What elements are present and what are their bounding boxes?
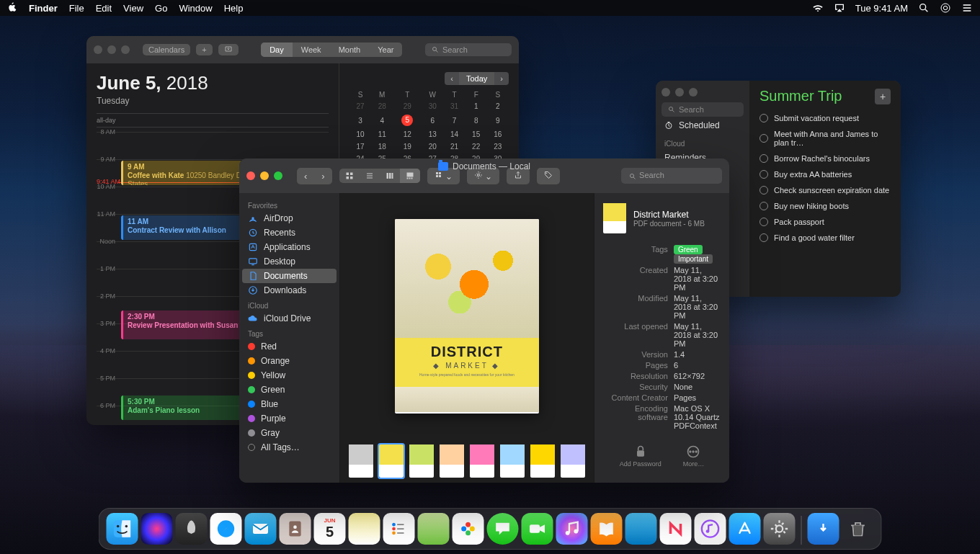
close-button[interactable] bbox=[246, 171, 255, 180]
clock[interactable]: Tue 9:41 AM bbox=[855, 3, 908, 14]
forward-button[interactable]: › bbox=[314, 168, 331, 184]
sidebar-tag-orange[interactable]: Orange bbox=[239, 354, 339, 368]
view-year[interactable]: Year bbox=[369, 43, 402, 57]
sidebar-item-applications[interactable]: Applications bbox=[239, 240, 339, 254]
minimize-button[interactable] bbox=[260, 171, 269, 180]
preview-pane[interactable]: DISTRICT ◆ MARKET ◆ Home-style prepared … bbox=[340, 193, 594, 439]
zoom-button[interactable] bbox=[274, 171, 282, 180]
thumbnail[interactable] bbox=[500, 444, 525, 478]
menu-edit[interactable]: Edit bbox=[96, 3, 112, 14]
add-password-action[interactable]: Add Password bbox=[620, 444, 662, 468]
notification-center-icon[interactable] bbox=[961, 2, 973, 14]
sidebar-tag-red[interactable]: Red bbox=[239, 339, 339, 354]
today-button[interactable]: Today bbox=[459, 72, 494, 85]
dock-appstore[interactable] bbox=[729, 513, 761, 545]
calendar-search[interactable]: Search bbox=[425, 43, 512, 56]
spotlight-icon[interactable] bbox=[918, 2, 930, 14]
reminder-item[interactable]: Buy extra AA batteries bbox=[760, 166, 891, 182]
list-view[interactable] bbox=[360, 169, 380, 183]
reminder-checkbox[interactable] bbox=[760, 134, 768, 143]
action-menu[interactable]: ⌄ bbox=[467, 168, 499, 184]
sidebar-item-icloud-drive[interactable]: iCloud Drive bbox=[239, 311, 339, 326]
mini-calendar[interactable]: SMTWTFS272829303112345678910111213141516… bbox=[349, 89, 509, 165]
sidebar-tag-purple[interactable]: Purple bbox=[239, 411, 339, 426]
reminder-checkbox[interactable] bbox=[760, 186, 768, 195]
reminder-checkbox[interactable] bbox=[760, 114, 768, 122]
menu-go[interactable]: Go bbox=[155, 3, 167, 14]
apple-menu[interactable] bbox=[7, 2, 17, 14]
dock-system-preferences[interactable] bbox=[764, 513, 796, 545]
icon-view[interactable] bbox=[339, 169, 360, 183]
thumbnail-strip[interactable] bbox=[340, 439, 594, 483]
dock-calendar[interactable]: JUN 5 bbox=[314, 513, 346, 545]
dock-contacts[interactable] bbox=[280, 513, 311, 545]
thumbnail[interactable] bbox=[409, 444, 434, 478]
dock-music[interactable] bbox=[695, 513, 726, 545]
calendars-toggle[interactable]: Calendars bbox=[143, 44, 190, 55]
menu-view[interactable]: View bbox=[123, 3, 143, 14]
view-week[interactable]: Week bbox=[293, 43, 330, 57]
thumbnail[interactable] bbox=[530, 444, 555, 478]
inbox-button[interactable] bbox=[218, 44, 239, 55]
zoom-button[interactable] bbox=[689, 88, 698, 97]
more-actions[interactable]: More… bbox=[683, 444, 705, 468]
reminder-item[interactable]: Check sunscreen expiration date bbox=[760, 182, 891, 198]
airplay-icon[interactable] bbox=[834, 2, 845, 14]
reminder-item[interactable]: Borrow Rachel's binoculars bbox=[760, 151, 891, 166]
close-button[interactable] bbox=[662, 88, 670, 97]
back-button[interactable]: ‹ bbox=[297, 168, 314, 184]
dock-itunes[interactable] bbox=[556, 513, 588, 545]
reminder-item[interactable]: Find a good water filter bbox=[760, 230, 891, 246]
app-name-menu[interactable]: Finder bbox=[29, 3, 58, 14]
menu-file[interactable]: File bbox=[69, 3, 84, 14]
view-month[interactable]: Month bbox=[330, 43, 370, 57]
dock-siri[interactable] bbox=[141, 513, 173, 545]
zoom-button[interactable] bbox=[121, 45, 130, 54]
dock-safari[interactable] bbox=[210, 513, 242, 545]
share-button[interactable] bbox=[507, 168, 530, 184]
reminder-item[interactable]: Buy new hiking boots bbox=[760, 198, 891, 214]
reminder-item[interactable]: Pack passport bbox=[760, 214, 891, 230]
dock-ibooks[interactable] bbox=[591, 513, 623, 545]
thumbnail[interactable] bbox=[561, 444, 585, 478]
new-event-button[interactable]: + bbox=[196, 44, 212, 55]
sidebar-item-desktop[interactable]: Desktop bbox=[239, 254, 339, 269]
dock-stocks[interactable] bbox=[625, 513, 657, 545]
column-view[interactable] bbox=[380, 169, 400, 183]
sidebar-item-downloads[interactable]: Downloads bbox=[239, 283, 339, 298]
siri-menubar-icon[interactable] bbox=[940, 2, 951, 14]
dock-notes[interactable] bbox=[349, 513, 380, 545]
finder-search[interactable]: Search bbox=[621, 168, 722, 183]
dock-launchpad[interactable] bbox=[176, 513, 208, 545]
dock-downloads[interactable] bbox=[808, 513, 839, 545]
dock-facetime[interactable] bbox=[522, 513, 553, 545]
sidebar-tag-green[interactable]: Green bbox=[239, 383, 339, 397]
reminder-item[interactable]: Submit vacation request bbox=[760, 110, 891, 126]
dock-trash[interactable] bbox=[842, 513, 874, 545]
thumbnail[interactable] bbox=[470, 444, 494, 478]
add-reminder-button[interactable]: + bbox=[875, 89, 891, 104]
thumbnail[interactable] bbox=[349, 444, 373, 478]
gallery-view[interactable] bbox=[400, 169, 420, 183]
sidebar-tag-yellow[interactable]: Yellow bbox=[239, 368, 339, 383]
next-button[interactable]: › bbox=[494, 72, 509, 85]
wifi-icon[interactable] bbox=[812, 2, 824, 14]
prev-button[interactable]: ‹ bbox=[445, 72, 459, 85]
reminder-checkbox[interactable] bbox=[760, 154, 768, 163]
dock-reminders[interactable] bbox=[383, 513, 415, 545]
thumbnail[interactable] bbox=[379, 444, 404, 478]
sidebar-item-airdrop[interactable]: AirDrop bbox=[239, 211, 339, 225]
scheduled-list[interactable]: Scheduled bbox=[662, 117, 744, 134]
reminder-checkbox[interactable] bbox=[760, 202, 768, 210]
dock-news[interactable] bbox=[660, 513, 692, 545]
view-day[interactable]: Day bbox=[261, 43, 293, 57]
reminder-checkbox[interactable] bbox=[760, 218, 768, 226]
reminders-search[interactable]: Search bbox=[662, 102, 744, 117]
sidebar-tag-gray[interactable]: Gray bbox=[239, 426, 339, 440]
reminder-checkbox[interactable] bbox=[760, 170, 768, 179]
dock-mail[interactable] bbox=[245, 513, 277, 545]
dock-maps[interactable] bbox=[418, 513, 450, 545]
arrange-menu[interactable]: ⌄ bbox=[427, 168, 460, 184]
dock-photos[interactable] bbox=[453, 513, 484, 545]
close-button[interactable] bbox=[94, 45, 102, 54]
